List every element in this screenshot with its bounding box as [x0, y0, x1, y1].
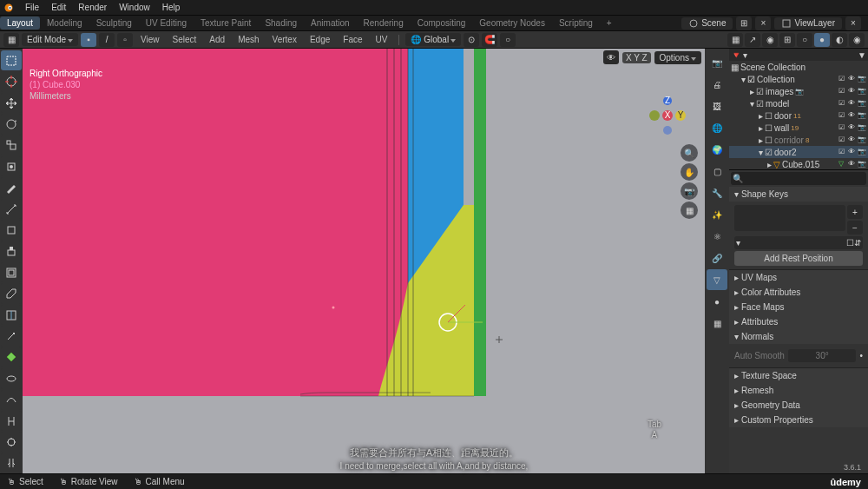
tool-spin[interactable]	[1, 368, 22, 388]
scene-selector[interactable]: Scene	[681, 17, 733, 30]
mesh-edit-mode-button[interactable]: ▦	[727, 33, 743, 47]
overlay-button[interactable]: ◉	[762, 33, 778, 47]
solid-shading-button[interactable]: ●	[814, 33, 830, 47]
gizmo-button[interactable]: ↗	[745, 33, 760, 47]
section-customprops[interactable]: ▸Custom Properties	[729, 413, 868, 427]
outliner-item[interactable]: ▸☐corridor8☑👁📷	[729, 134, 868, 146]
pan-button[interactable]: ✋	[681, 163, 698, 181]
autosmooth-angle[interactable]: 30°	[788, 349, 857, 362]
menu-edit[interactable]: Edit	[45, 1, 72, 14]
ws-shading[interactable]: Shading	[258, 17, 304, 30]
ptab-viewlayer[interactable]: 🖼	[707, 96, 727, 116]
ws-geonodes[interactable]: Geometry Nodes	[472, 17, 552, 30]
ws-scripting[interactable]: Scripting	[552, 17, 600, 30]
section-shapekeys[interactable]: ▾Shape Keys	[729, 187, 868, 202]
ptab-scene[interactable]: 🌐	[707, 117, 727, 138]
ws-layout[interactable]: Layout	[0, 17, 40, 30]
pivot-button[interactable]: ⊙	[464, 33, 479, 47]
scene-new-button[interactable]: ⊞	[736, 17, 752, 30]
camera-button[interactable]: 📷	[681, 182, 698, 200]
tool-bevel[interactable]	[1, 283, 22, 303]
orientation-selector[interactable]: 🌐 Global	[405, 33, 461, 46]
ptab-output[interactable]: 🖨	[707, 74, 727, 95]
prop-edit-button[interactable]: ○	[500, 33, 516, 47]
rendered-shading-button[interactable]: ◉	[849, 33, 865, 47]
outliner-root[interactable]: ▦Scene Collection	[729, 61, 868, 73]
outliner-item[interactable]: ▾☑model☑👁📷	[729, 97, 868, 109]
filter-icon[interactable]: ▼	[858, 50, 866, 60]
ws-texpaint[interactable]: Texture Paint	[194, 17, 258, 30]
ptab-particles[interactable]: ✨	[707, 204, 727, 225]
xray-button[interactable]: ⊞	[779, 33, 795, 47]
ptab-material[interactable]: ●	[707, 291, 727, 312]
section-remesh[interactable]: ▸Remesh	[729, 383, 868, 398]
tool-scale[interactable]	[1, 135, 22, 155]
add-rest-button[interactable]: Add Rest Position	[734, 251, 863, 266]
axis-toggle[interactable]: X Y Z	[622, 52, 651, 63]
section-uvmaps[interactable]: ▸UV Maps	[729, 270, 868, 285]
hdr-view[interactable]: View	[135, 33, 165, 46]
face-select-button[interactable]: ▫	[117, 33, 133, 47]
persp-button[interactable]: ▦	[681, 202, 698, 219]
hdr-edge[interactable]: Edge	[305, 33, 335, 46]
add-shapekey-button[interactable]: +	[847, 205, 863, 219]
3d-viewport[interactable]: 👁 X Y Z Options Right Orthographic (1) C…	[23, 49, 705, 473]
hdr-uv[interactable]: UV	[371, 33, 393, 46]
scene-del-button[interactable]: ×	[755, 17, 771, 30]
section-facemaps[interactable]: ▸Face Maps	[729, 300, 868, 314]
menu-file[interactable]: File	[19, 1, 45, 14]
tool-select[interactable]	[1, 50, 22, 70]
menu-render[interactable]: Render	[72, 1, 113, 14]
del-shapekey-button[interactable]: −	[847, 221, 863, 235]
ptab-texture[interactable]: ▦	[707, 313, 727, 334]
outliner-item[interactable]: ▸☐wall19☑👁📷	[729, 122, 868, 134]
tool-annotate[interactable]	[1, 177, 22, 197]
ptab-physics[interactable]: ⚛	[707, 226, 727, 247]
ws-compositing[interactable]: Compositing	[411, 17, 473, 30]
section-normals[interactable]: ▾Normals	[729, 329, 868, 344]
tool-addcube[interactable]	[1, 220, 22, 240]
viewlayer-selector[interactable]: ViewLayer	[774, 17, 842, 30]
tool-rotate[interactable]	[1, 114, 22, 134]
editor-type-button[interactable]: ▦	[3, 33, 19, 47]
ptab-object[interactable]: ▢	[707, 161, 727, 182]
search-input[interactable]: 🔍	[731, 172, 866, 185]
section-texspace[interactable]: ▸Texture Space	[729, 368, 868, 383]
ws-modeling[interactable]: Modeling	[40, 17, 89, 30]
menu-window[interactable]: Window	[113, 1, 156, 14]
matprev-shading-button[interactable]: ◐	[832, 33, 847, 47]
section-geomdata[interactable]: ▸Geometry Data	[729, 398, 868, 413]
outliner[interactable]: 🔻▾▼ ▦Scene Collection ▾☑Collection☑👁📷 ▸☑…	[729, 49, 868, 170]
tool-loopcut[interactable]	[1, 305, 22, 325]
mode-selector[interactable]: Edit Mode	[22, 33, 78, 46]
tool-smooth[interactable]	[1, 390, 22, 410]
tool-extrude[interactable]	[1, 241, 22, 261]
tool-knife[interactable]	[1, 326, 22, 346]
hdr-select[interactable]: Select	[168, 33, 202, 46]
ws-uvediting[interactable]: UV Editing	[139, 17, 194, 30]
hdr-vertex[interactable]: Vertex	[267, 33, 302, 46]
ws-animation[interactable]: Animation	[304, 17, 356, 30]
tool-edgeslide[interactable]	[1, 411, 22, 431]
hdr-face[interactable]: Face	[338, 33, 367, 46]
wire-shading-button[interactable]: ○	[797, 33, 812, 47]
menu-help[interactable]: Help	[156, 1, 187, 14]
outliner-item[interactable]: ▸☐door11☑👁📷	[729, 109, 868, 122]
ptab-modifiers[interactable]: 🔧	[707, 182, 727, 203]
tool-polybuild[interactable]	[1, 347, 22, 367]
nav-gizmo[interactable]: X Y Z	[644, 92, 691, 141]
ws-add[interactable]: +	[600, 17, 619, 30]
outliner-item[interactable]: ▸☑images📷☑👁📷	[729, 85, 868, 97]
tool-transform[interactable]	[1, 156, 22, 176]
tool-measure[interactable]	[1, 199, 22, 219]
tool-shrink[interactable]	[1, 432, 22, 452]
tool-cursor[interactable]	[1, 71, 22, 91]
ptab-data[interactable]: ▽	[707, 269, 727, 290]
visibility-button[interactable]: 👁	[603, 50, 619, 64]
hdr-mesh[interactable]: Mesh	[233, 33, 264, 46]
outliner-item[interactable]: ▾☑door2☑👁📷	[729, 146, 868, 158]
edge-select-button[interactable]: /	[99, 33, 115, 47]
ws-rendering[interactable]: Rendering	[357, 17, 411, 30]
viewlayer-del-button[interactable]: ×	[845, 17, 861, 30]
zoom-button[interactable]: 🔍	[681, 144, 698, 162]
